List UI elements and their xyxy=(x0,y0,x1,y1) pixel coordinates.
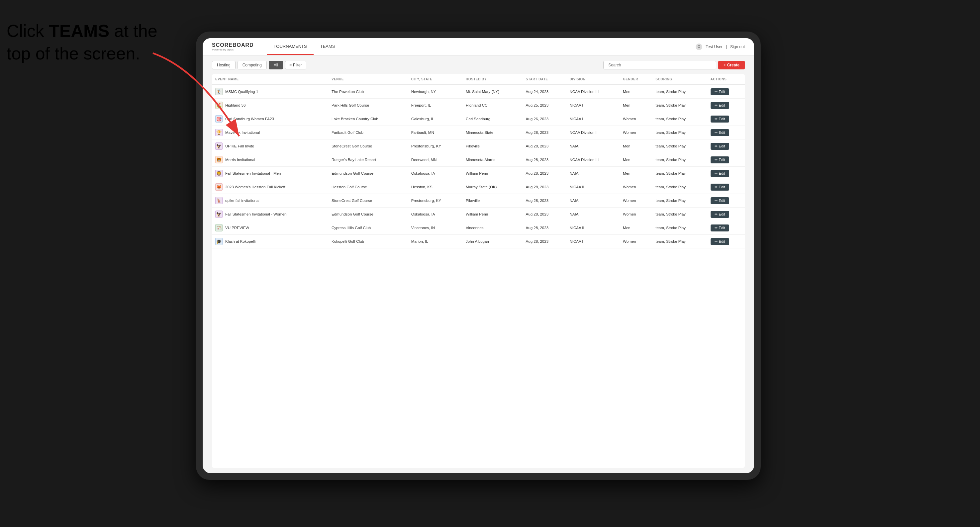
table-row: 🏹 VU PREVIEW Cypress Hills Golf Club Vin… xyxy=(212,221,745,235)
edit-button[interactable]: ✏ Edit xyxy=(711,129,729,136)
edit-icon: ✏ xyxy=(714,240,718,244)
all-filter[interactable]: All xyxy=(269,61,283,70)
main-content: Hosting Competing All ≡ Filter + Create … xyxy=(203,56,754,473)
hosted-by-cell: Minnesota-Morris xyxy=(463,153,523,167)
division-cell: NCAA Division III xyxy=(566,85,620,98)
edit-label: Edit xyxy=(719,158,725,162)
edit-icon: ✏ xyxy=(714,212,718,216)
tab-tournaments[interactable]: TOURNAMENTS xyxy=(267,38,313,55)
edit-button[interactable]: ✏ Edit xyxy=(711,211,729,218)
settings-icon[interactable]: ⚙ xyxy=(696,43,702,50)
scoring-cell: team, Stroke Play xyxy=(652,235,707,248)
city-state-cell: Prestonsburg, KY xyxy=(408,194,463,208)
hosted-by-cell: Murray State (OK) xyxy=(463,180,523,194)
hosted-by-cell: Minnesota State xyxy=(463,126,523,140)
venue-cell: Kokopelli Golf Club xyxy=(328,235,408,248)
gender-cell: Women xyxy=(620,180,652,194)
hosted-by-cell: Vincennes xyxy=(463,221,523,235)
city-state-cell: Deerwood, MN xyxy=(408,153,463,167)
edit-button[interactable]: ✏ Edit xyxy=(711,170,729,177)
gender-cell: Men xyxy=(620,153,652,167)
create-button[interactable]: + Create xyxy=(718,61,745,70)
hosted-by-cell: William Penn xyxy=(463,208,523,221)
gender-cell: Women xyxy=(620,126,652,140)
table-row: 🦁 Fall Statesmen Invitational - Men Edmu… xyxy=(212,167,745,180)
team-icon: 🏌 xyxy=(215,88,223,95)
edit-button[interactable]: ✏ Edit xyxy=(711,156,729,163)
start-date-cell: Aug 28, 2023 xyxy=(523,235,566,248)
team-icon: 🏹 xyxy=(215,224,223,232)
table-row: 🐯 Morris Invitational Ruttger's Bay Lake… xyxy=(212,153,745,167)
start-date-cell: Aug 28, 2023 xyxy=(523,194,566,208)
edit-label: Edit xyxy=(719,130,725,135)
gender-cell: Women xyxy=(620,194,652,208)
scoring-cell: team, Stroke Play xyxy=(652,112,707,126)
venue-cell: Edmundson Golf Course xyxy=(328,208,408,221)
start-date-cell: Aug 28, 2023 xyxy=(523,140,566,153)
filter-button[interactable]: ≡ Filter xyxy=(285,61,306,70)
tab-teams[interactable]: TEAMS xyxy=(313,38,342,55)
gender-cell: Men xyxy=(620,140,652,153)
event-name-cell: 🦊 2023 Women's Hesston Fall Kickoff xyxy=(212,180,328,194)
scoring-cell: team, Stroke Play xyxy=(652,153,707,167)
edit-button[interactable]: ✏ Edit xyxy=(711,116,729,122)
start-date-cell: Aug 24, 2023 xyxy=(523,85,566,98)
event-name-cell: 🦌 upike fall invitational xyxy=(212,194,328,208)
edit-label: Edit xyxy=(719,117,725,121)
scoring-cell: team, Stroke Play xyxy=(652,85,707,98)
division-cell: NAIA xyxy=(566,194,620,208)
search-input[interactable] xyxy=(603,61,716,70)
edit-label: Edit xyxy=(719,212,725,216)
col-venue: VENUE xyxy=(328,74,408,85)
edit-button[interactable]: ✏ Edit xyxy=(711,197,729,204)
actions-cell: ✏ Edit xyxy=(707,194,745,208)
gender-cell: Women xyxy=(620,235,652,248)
scoring-cell: team, Stroke Play xyxy=(652,180,707,194)
edit-button[interactable]: ✏ Edit xyxy=(711,224,729,232)
event-name-cell: 🎯 Carl Sandburg Women FA23 xyxy=(212,112,328,126)
event-name-cell: 🏹 VU PREVIEW xyxy=(212,221,328,235)
event-name-cell: ⛳ Highland 36 xyxy=(212,98,328,112)
gender-cell: Women xyxy=(620,112,652,126)
gender-cell: Women xyxy=(620,208,652,221)
team-icon: 🦊 xyxy=(215,183,223,190)
table-row: 🏌 MSMC Qualifying 1 The Powelton Club Ne… xyxy=(212,85,745,98)
city-state-cell: Marion, IL xyxy=(408,235,463,248)
edit-button[interactable]: ✏ Edit xyxy=(711,102,729,109)
start-date-cell: Aug 26, 2023 xyxy=(523,112,566,126)
competing-filter[interactable]: Competing xyxy=(237,61,267,70)
event-name-cell: 🎓 Klash at Kokopelli xyxy=(212,235,328,248)
table-row: 🦊 2023 Women's Hesston Fall Kickoff Hess… xyxy=(212,180,745,194)
edit-icon: ✏ xyxy=(714,171,718,176)
sign-out-link[interactable]: Sign out xyxy=(730,44,745,49)
edit-button[interactable]: ✏ Edit xyxy=(711,238,729,245)
filter-icon: ≡ xyxy=(290,63,292,67)
event-name: Fall Statesmen Invitational - Men xyxy=(225,171,281,175)
edit-label: Edit xyxy=(719,90,725,94)
hosting-filter[interactable]: Hosting xyxy=(212,61,235,70)
edit-button[interactable]: ✏ Edit xyxy=(711,143,729,150)
event-name: Maverick Invitational xyxy=(225,130,260,135)
actions-cell: ✏ Edit xyxy=(707,221,745,235)
table-row: 🎯 Carl Sandburg Women FA23 Lake Bracken … xyxy=(212,112,745,126)
team-icon: 🏆 xyxy=(215,129,223,136)
venue-cell: Lake Bracken Country Club xyxy=(328,112,408,126)
col-division: DIVISION xyxy=(566,74,620,85)
hosted-by-cell: Pikeville xyxy=(463,194,523,208)
col-hosted-by: HOSTED BY xyxy=(463,74,523,85)
venue-cell: Hesston Golf Course xyxy=(328,180,408,194)
city-state-cell: Prestonsburg, KY xyxy=(408,140,463,153)
event-name-cell: 🐯 Morris Invitational xyxy=(212,153,328,167)
city-state-cell: Hesston, KS xyxy=(408,180,463,194)
venue-cell: Edmundson Golf Course xyxy=(328,167,408,180)
scoring-cell: team, Stroke Play xyxy=(652,194,707,208)
actions-cell: ✏ Edit xyxy=(707,180,745,194)
instruction-suffix: at the xyxy=(109,21,158,41)
edit-button[interactable]: ✏ Edit xyxy=(711,184,729,190)
venue-cell: StoneCrest Golf Course xyxy=(328,194,408,208)
venue-cell: Ruttger's Bay Lake Resort xyxy=(328,153,408,167)
event-name-cell: 🦅 UPIKE Fall Invite xyxy=(212,140,328,153)
start-date-cell: Aug 28, 2023 xyxy=(523,153,566,167)
edit-button[interactable]: ✏ Edit xyxy=(711,88,729,95)
edit-label: Edit xyxy=(719,103,725,107)
